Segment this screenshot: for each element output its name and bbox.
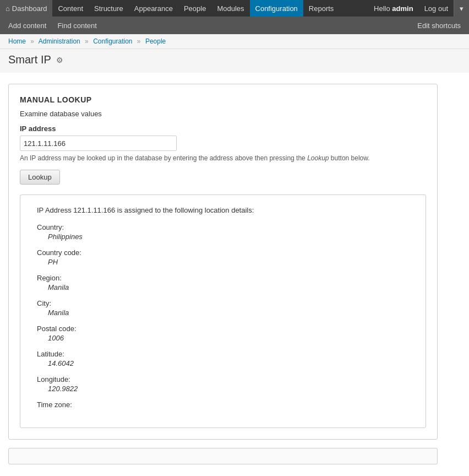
breadcrumb-people[interactable]: People bbox=[145, 37, 166, 45]
bottom-section bbox=[8, 448, 438, 464]
structure-nav-item[interactable]: Structure bbox=[89, 0, 129, 17]
help-text: An IP address may be looked up in the da… bbox=[20, 154, 426, 162]
latitude-value: 14.6042 bbox=[37, 359, 409, 367]
breadcrumb-sep-3: » bbox=[137, 37, 141, 45]
find-content-nav-item[interactable]: Find content bbox=[52, 17, 102, 34]
result-region: Region: Manila bbox=[37, 274, 409, 291]
admin-name: admin bbox=[392, 4, 413, 13]
manual-lookup-box: MANUAL LOOKUP Examine database values IP… bbox=[8, 84, 438, 440]
result-timezone: Time zone: bbox=[37, 401, 409, 409]
city-label: City: bbox=[37, 299, 409, 307]
ip-address-input[interactable] bbox=[20, 136, 177, 151]
result-longitude: Longitude: 120.9822 bbox=[37, 375, 409, 393]
longitude-value: 120.9822 bbox=[37, 385, 409, 393]
lookup-description: Examine database values bbox=[20, 110, 426, 118]
latitude-label: Latitude: bbox=[37, 350, 409, 358]
breadcrumb-sep-2: » bbox=[85, 37, 89, 45]
edit-shortcuts-link[interactable]: Edit shortcuts bbox=[412, 17, 466, 34]
content-nav-item[interactable]: Content bbox=[52, 0, 89, 17]
breadcrumb-sep-1: » bbox=[30, 37, 34, 45]
hello-text: Hello admin bbox=[368, 0, 419, 17]
lookup-button[interactable]: Lookup bbox=[20, 170, 60, 185]
result-country-code: Country code: PH bbox=[37, 248, 409, 266]
postal-code-label: Postal code: bbox=[37, 324, 409, 333]
configuration-nav-item[interactable]: Configuration bbox=[250, 0, 303, 17]
country-code-label: Country code: bbox=[37, 248, 409, 257]
ip-label: IP address bbox=[20, 125, 426, 133]
timezone-label: Time zone: bbox=[37, 401, 409, 409]
breadcrumb-home[interactable]: Home bbox=[8, 37, 26, 45]
region-value: Manila bbox=[37, 283, 409, 291]
country-label: Country: bbox=[37, 223, 409, 231]
top-nav-right: Hello admin Log out ▾ bbox=[368, 0, 469, 17]
city-value: Manila bbox=[37, 309, 409, 317]
add-content-nav-item[interactable]: Add content bbox=[3, 17, 52, 34]
country-code-value: PH bbox=[37, 258, 409, 266]
home-nav-item[interactable]: ⌂ Dashboard bbox=[0, 0, 52, 17]
home-icon: ⌂ bbox=[6, 4, 10, 13]
people-nav-item[interactable]: People bbox=[178, 0, 211, 17]
breadcrumb-administration[interactable]: Administration bbox=[39, 37, 80, 45]
dashboard-label: Dashboard bbox=[12, 4, 47, 13]
result-country: Country: Philippines bbox=[37, 223, 409, 241]
country-value: Philippines bbox=[37, 232, 409, 241]
result-latitude: Latitude: 14.6042 bbox=[37, 350, 409, 367]
secondary-nav: Add content Find content Edit shortcuts bbox=[0, 17, 469, 34]
logout-button[interactable]: Log out bbox=[419, 0, 454, 17]
modules-nav-item[interactable]: Modules bbox=[211, 0, 249, 17]
region-label: Region: bbox=[37, 274, 409, 282]
main-content: MANUAL LOOKUP Examine database values IP… bbox=[0, 73, 469, 475]
appearance-nav-item[interactable]: Appearance bbox=[129, 0, 178, 17]
page-title-bar: Smart IP ⚙ bbox=[0, 49, 469, 73]
breadcrumb-configuration[interactable]: Configuration bbox=[93, 37, 132, 45]
manual-lookup-heading: MANUAL LOOKUP bbox=[20, 95, 426, 104]
dropdown-arrow-button[interactable]: ▾ bbox=[454, 0, 469, 17]
results-header: IP Address 121.1.11.166 is assigned to t… bbox=[37, 206, 409, 214]
result-postal-code: Postal code: 1006 bbox=[37, 324, 409, 342]
page-title: Smart IP bbox=[8, 53, 51, 66]
gear-icon[interactable]: ⚙ bbox=[56, 56, 64, 64]
results-box: IP Address 121.1.11.166 is assigned to t… bbox=[20, 194, 426, 428]
reports-nav-item[interactable]: Reports bbox=[303, 0, 340, 17]
longitude-label: Longitude: bbox=[37, 375, 409, 383]
top-nav: ⌂ Dashboard Content Structure Appearance… bbox=[0, 0, 469, 17]
postal-code-value: 1006 bbox=[37, 334, 409, 342]
result-city: City: Manila bbox=[37, 299, 409, 317]
edit-shortcuts-container: Edit shortcuts bbox=[412, 17, 466, 34]
breadcrumb: Home » Administration » Configuration » … bbox=[0, 34, 469, 49]
